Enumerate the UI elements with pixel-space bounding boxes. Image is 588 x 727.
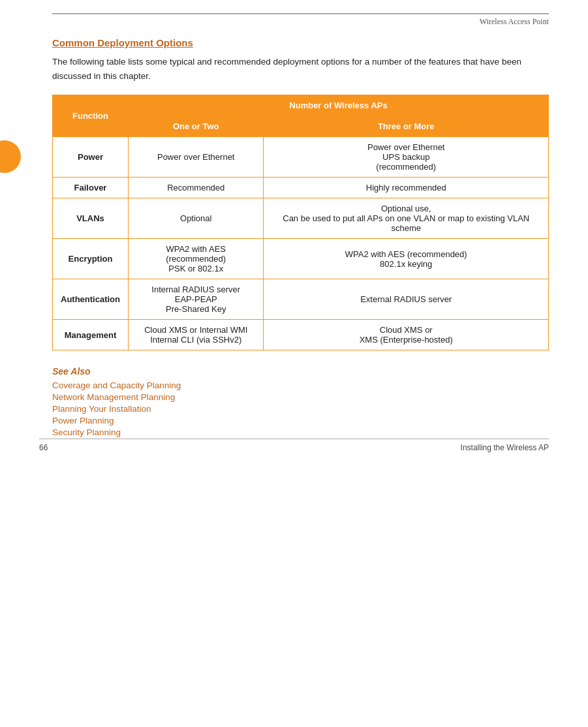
see-also-link-item[interactable]: Coverage and Capacity Planning (52, 380, 549, 390)
one-or-two-cell: Optional (129, 198, 264, 239)
table-row: AuthenticationInternal RADIUS server EAP… (53, 279, 549, 320)
one-or-two-cell: Cloud XMS or Internal WMI Internal CLI (… (129, 320, 264, 350)
table-row: EncryptionWPA2 with AES (recommended) PS… (53, 239, 549, 279)
see-also-title: See Also (52, 366, 549, 377)
page-header: Wireless Access Point (52, 13, 549, 27)
decorative-circle (0, 140, 21, 173)
table-row: PowerPower over EthernetPower over Ether… (53, 137, 549, 178)
page-footer: 66 Installing the Wireless AP (39, 439, 549, 452)
deployment-table: Function Number of Wireless APs One or T… (52, 95, 549, 350)
footer-page-number: 66 (39, 443, 48, 452)
function-cell: Encryption (53, 239, 129, 279)
section-body: The following table lists some typical a… (52, 55, 549, 83)
see-also-link-item[interactable]: Security Planning (52, 427, 549, 437)
see-also-link-item[interactable]: Network Management Planning (52, 392, 549, 402)
col1-header: One or Two (129, 116, 264, 137)
three-or-more-cell: Power over Ethernet UPS backup (recommen… (264, 137, 549, 178)
see-also-links: Coverage and Capacity PlanningNetwork Ma… (52, 380, 549, 437)
function-cell: Power (53, 137, 129, 178)
function-cell: VLANs (53, 198, 129, 239)
function-cell: Management (53, 320, 129, 350)
three-or-more-cell: Optional use, Can be used to put all APs… (264, 198, 549, 239)
one-or-two-cell: Power over Ethernet (129, 137, 264, 178)
table-row: FailoverRecommendedHighly recommended (53, 178, 549, 198)
three-or-more-cell: External RADIUS server (264, 279, 549, 320)
one-or-two-cell: Recommended (129, 178, 264, 198)
table-row: VLANsOptionalOptional use, Can be used t… (53, 198, 549, 239)
header-title: Wireless Access Point (480, 17, 549, 26)
see-also-link-item[interactable]: Power Planning (52, 416, 549, 425)
three-or-more-cell: Highly recommended (264, 178, 549, 198)
function-header: Function (53, 95, 129, 137)
function-cell: Authentication (53, 279, 129, 320)
number-of-aps-header: Number of Wireless APs (129, 95, 549, 116)
one-or-two-cell: Internal RADIUS server EAP-PEAP Pre-Shar… (129, 279, 264, 320)
section-title: Common Deployment Options (52, 37, 549, 48)
three-or-more-cell: Cloud XMS or XMS (Enterprise-hosted) (264, 320, 549, 350)
table-row: ManagementCloud XMS or Internal WMI Inte… (53, 320, 549, 350)
see-also-link-item[interactable]: Planning Your Installation (52, 404, 549, 414)
three-or-more-cell: WPA2 with AES (recommended) 802.1x keyin… (264, 239, 549, 279)
footer-chapter: Installing the Wireless AP (461, 443, 549, 452)
page: Wireless Access Point Common Deployment … (0, 0, 588, 465)
function-cell: Failover (53, 178, 129, 198)
col2-header: Three or More (264, 116, 549, 137)
one-or-two-cell: WPA2 with AES (recommended) PSK or 802.1… (129, 239, 264, 279)
